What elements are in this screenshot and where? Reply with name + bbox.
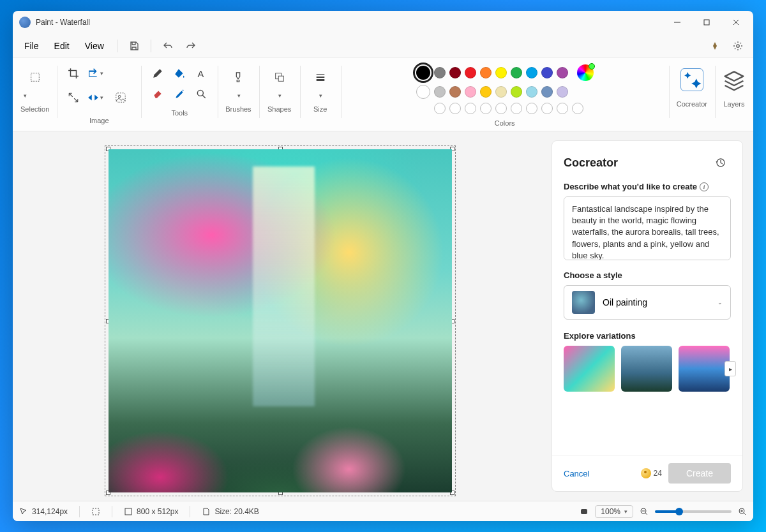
chevron-down-icon[interactable]: ▾ bbox=[319, 92, 322, 99]
group-size: ▾ Size bbox=[300, 62, 341, 131]
custom-color-slot[interactable] bbox=[572, 103, 583, 114]
eraser-tool[interactable] bbox=[149, 85, 167, 103]
stroke-size-tool[interactable] bbox=[308, 64, 333, 90]
close-button[interactable] bbox=[721, 12, 751, 33]
crop-tool[interactable] bbox=[64, 64, 82, 82]
style-value: Oil painting bbox=[603, 297, 709, 307]
info-icon[interactable]: i bbox=[700, 182, 709, 191]
pencil-tool[interactable] bbox=[149, 64, 167, 82]
explore-label: Explore variations bbox=[564, 331, 731, 341]
zoom-slider[interactable] bbox=[655, 510, 732, 513]
group-label-size: Size bbox=[313, 103, 327, 117]
brush-tool[interactable] bbox=[225, 64, 251, 90]
variation-thumb[interactable] bbox=[679, 346, 730, 392]
credits-value: 24 bbox=[654, 469, 662, 478]
menu-view[interactable]: View bbox=[79, 38, 110, 54]
undo-button[interactable] bbox=[158, 36, 178, 56]
color-swatch[interactable] bbox=[465, 67, 476, 78]
fit-button[interactable] bbox=[580, 507, 589, 516]
color-swatch[interactable] bbox=[526, 86, 537, 98]
color-swatch[interactable] bbox=[557, 86, 568, 98]
group-label-shapes: Shapes bbox=[267, 103, 291, 117]
menu-edit[interactable]: Edit bbox=[48, 38, 76, 54]
remove-background-tool[interactable] bbox=[108, 85, 133, 110]
color-swatch[interactable] bbox=[465, 86, 476, 98]
custom-color-slot[interactable] bbox=[495, 103, 507, 114]
color-swatch[interactable] bbox=[541, 86, 553, 98]
shapes-tool[interactable] bbox=[267, 64, 292, 90]
zoom-value[interactable]: 100%▾ bbox=[595, 505, 633, 518]
color-swatch[interactable] bbox=[434, 67, 446, 78]
file-size: Size: 20.4KB bbox=[202, 507, 259, 516]
fill-tool[interactable] bbox=[170, 64, 188, 82]
color-swatch[interactable] bbox=[480, 86, 492, 98]
history-button[interactable] bbox=[710, 152, 731, 173]
color-swatch[interactable] bbox=[449, 67, 461, 78]
color-swatch[interactable] bbox=[449, 86, 461, 98]
cursor-position: 314,124px bbox=[19, 507, 68, 516]
custom-color-slot[interactable] bbox=[449, 103, 461, 114]
next-variations-button[interactable]: ▸ bbox=[725, 361, 736, 376]
group-selection: ▾ Selection bbox=[13, 62, 57, 131]
separator bbox=[151, 40, 151, 52]
statusbar: 314,124px 800 x 512px Size: 20.4KB 100%▾ bbox=[13, 501, 753, 521]
color-swatch[interactable] bbox=[480, 67, 492, 78]
color-swatch-selected[interactable] bbox=[416, 66, 430, 80]
minimize-button[interactable] bbox=[663, 12, 692, 33]
maximize-button[interactable] bbox=[692, 12, 721, 33]
select-tool[interactable] bbox=[22, 64, 48, 90]
prompt-input[interactable] bbox=[564, 196, 731, 260]
color-swatch[interactable] bbox=[511, 86, 522, 98]
svg-rect-0 bbox=[704, 20, 709, 25]
color-swatch[interactable] bbox=[495, 86, 507, 98]
menu-file[interactable]: File bbox=[18, 38, 45, 54]
canvas-area[interactable] bbox=[13, 131, 552, 501]
describe-label: Describe what you'd like to create i bbox=[564, 182, 731, 191]
color-swatch[interactable] bbox=[511, 67, 522, 78]
chevron-down-icon[interactable]: ▾ bbox=[278, 92, 282, 99]
color-swatch[interactable] bbox=[557, 67, 568, 78]
group-label-image: Image bbox=[89, 114, 109, 128]
style-label: Choose a style bbox=[564, 270, 731, 280]
magnifier-tool[interactable] bbox=[192, 85, 210, 103]
group-brushes: ▾ Brushes bbox=[218, 62, 259, 131]
custom-color-slot[interactable] bbox=[465, 103, 476, 114]
custom-color-slot[interactable] bbox=[557, 103, 568, 114]
color-swatch[interactable] bbox=[526, 67, 537, 78]
color-picker-tool[interactable] bbox=[170, 85, 188, 103]
edit-colors-button[interactable] bbox=[577, 64, 594, 81]
text-tool[interactable]: A bbox=[192, 64, 210, 82]
color-swatch[interactable] bbox=[495, 67, 507, 78]
svg-point-1 bbox=[737, 44, 739, 47]
group-label-cocreator: Cocreator bbox=[677, 98, 707, 112]
svg-rect-10 bbox=[93, 508, 99, 515]
chevron-down-icon[interactable]: ▾ bbox=[237, 92, 241, 99]
settings-button[interactable] bbox=[728, 36, 748, 56]
redo-button[interactable] bbox=[181, 36, 201, 56]
color-swatch[interactable] bbox=[541, 67, 553, 78]
zoom-out-button[interactable] bbox=[640, 507, 649, 516]
canvas[interactable] bbox=[109, 149, 452, 492]
layers-button[interactable] bbox=[723, 68, 746, 91]
zoom-in-button[interactable] bbox=[738, 507, 747, 516]
style-select[interactable]: Oil painting ⌄ bbox=[564, 285, 731, 320]
variation-thumb[interactable] bbox=[564, 346, 615, 392]
account-icon[interactable] bbox=[705, 36, 725, 56]
variation-thumb[interactable] bbox=[621, 346, 672, 392]
color-swatch-secondary[interactable] bbox=[416, 85, 430, 99]
chevron-down-icon[interactable]: ▾ bbox=[24, 92, 48, 99]
custom-color-slot[interactable] bbox=[511, 103, 522, 114]
custom-color-slot[interactable] bbox=[526, 103, 537, 114]
flip-tool[interactable]: ▾ bbox=[86, 89, 104, 107]
create-button[interactable]: Create bbox=[668, 463, 731, 484]
custom-color-slot[interactable] bbox=[541, 103, 553, 114]
cancel-button[interactable]: Cancel bbox=[564, 469, 589, 478]
custom-color-slot[interactable] bbox=[480, 103, 492, 114]
custom-color-slot[interactable] bbox=[434, 103, 446, 114]
chevron-down-icon: ⌄ bbox=[717, 299, 723, 306]
cocreator-button[interactable] bbox=[680, 68, 703, 91]
save-button[interactable] bbox=[124, 36, 144, 56]
rotate-tool[interactable]: ▾ bbox=[86, 64, 104, 82]
resize-tool[interactable] bbox=[64, 89, 82, 107]
color-swatch[interactable] bbox=[434, 86, 446, 98]
